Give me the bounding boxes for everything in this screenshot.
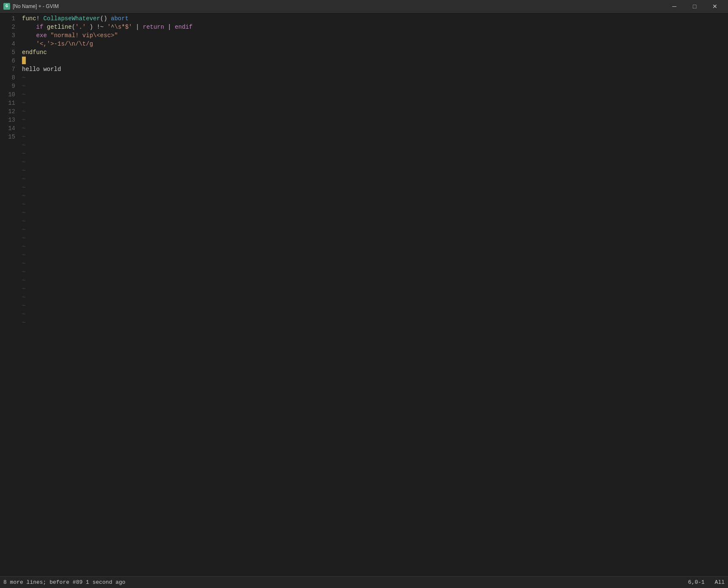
code-line: if getline('.' ) !~ '^\s*$' | return | e… xyxy=(22,23,728,31)
tilde-marker: ~ xyxy=(22,302,728,310)
tilde-marker: ~ xyxy=(22,217,728,226)
titlebar: G [No Name] + - GVIM ─ □ ✕ xyxy=(0,0,728,13)
tilde-marker: ~ xyxy=(22,133,728,141)
app-icon: G xyxy=(3,3,10,10)
close-button[interactable]: ✕ xyxy=(705,0,725,13)
line-number: 5 xyxy=(0,48,20,57)
tilde-marker: ~ xyxy=(22,82,728,90)
titlebar-left: G [No Name] + - GVIM xyxy=(3,3,59,10)
tilde-marker: ~ xyxy=(22,276,728,285)
line-number: 1 xyxy=(0,14,20,23)
status-message: 8 more lines; before #89 1 second ago xyxy=(3,579,126,585)
code-line: exe "normal! vip\<esc>" xyxy=(22,31,728,40)
tilde-marker: ~ xyxy=(22,209,728,217)
line-number: 9 xyxy=(0,82,20,90)
tilde-marker: ~ xyxy=(22,107,728,116)
tilde-marker: ~ xyxy=(22,150,728,158)
code-line: endfunc xyxy=(22,48,728,57)
code-line: '<,'>-1s/\n/\t/g xyxy=(22,40,728,48)
code-area: 123456789101112131415 func! CollapseWhat… xyxy=(0,13,728,576)
tilde-marker: ~ xyxy=(22,285,728,293)
statusbar: 8 more lines; before #89 1 second ago 6,… xyxy=(0,576,728,588)
line-number: 3 xyxy=(0,31,20,40)
window-controls: ─ □ ✕ xyxy=(665,0,725,13)
line-numbers: 123456789101112131415 xyxy=(0,13,20,576)
tilde-marker: ~ xyxy=(22,242,728,251)
tilde-marker: ~ xyxy=(22,192,728,200)
tilde-marker: ~ xyxy=(22,234,728,242)
tilde-marker: ~ xyxy=(22,200,728,209)
tilde-marker: ~ xyxy=(22,90,728,99)
line-number: 11 xyxy=(0,99,20,107)
line-number: 4 xyxy=(0,40,20,48)
maximize-button[interactable]: □ xyxy=(685,0,704,13)
scroll-position: All xyxy=(715,579,725,585)
tilde-marker: ~ xyxy=(22,318,728,327)
window-title: [No Name] + - GVIM xyxy=(13,3,59,9)
code-line xyxy=(22,57,728,65)
tilde-marker: ~ xyxy=(22,226,728,234)
tilde-marker: ~ xyxy=(22,183,728,192)
line-number: 12 xyxy=(0,107,20,116)
tilde-marker: ~ xyxy=(22,158,728,166)
line-number: 2 xyxy=(0,23,20,31)
tilde-marker: ~ xyxy=(22,99,728,107)
tilde-marker: ~ xyxy=(22,116,728,124)
line-number: 14 xyxy=(0,124,20,133)
tilde-marker: ~ xyxy=(22,251,728,259)
tilde-marker: ~ xyxy=(22,293,728,302)
tilde-marker: ~ xyxy=(22,175,728,183)
tilde-marker: ~ xyxy=(22,74,728,82)
tilde-marker: ~ xyxy=(22,141,728,150)
line-number: 8 xyxy=(0,74,20,82)
status-right: 6,0-1 All xyxy=(688,579,725,585)
line-number: 15 xyxy=(0,133,20,141)
line-number: 10 xyxy=(0,90,20,99)
cursor-position: 6,0-1 xyxy=(688,579,705,585)
line-number: 7 xyxy=(0,65,20,74)
code-line: hello world xyxy=(22,65,728,74)
minimize-button[interactable]: ─ xyxy=(665,0,684,13)
line-number: 6 xyxy=(0,57,20,65)
tilde-marker: ~ xyxy=(22,259,728,268)
code-content[interactable]: func! CollapseWhatever() abort if getlin… xyxy=(20,13,728,576)
tilde-marker: ~ xyxy=(22,268,728,276)
editor[interactable]: 123456789101112131415 func! CollapseWhat… xyxy=(0,13,728,576)
code-line: func! CollapseWhatever() abort xyxy=(22,14,728,23)
tilde-marker: ~ xyxy=(22,166,728,175)
tilde-marker: ~ xyxy=(22,124,728,133)
tilde-marker: ~ xyxy=(22,310,728,318)
line-number: 13 xyxy=(0,116,20,124)
